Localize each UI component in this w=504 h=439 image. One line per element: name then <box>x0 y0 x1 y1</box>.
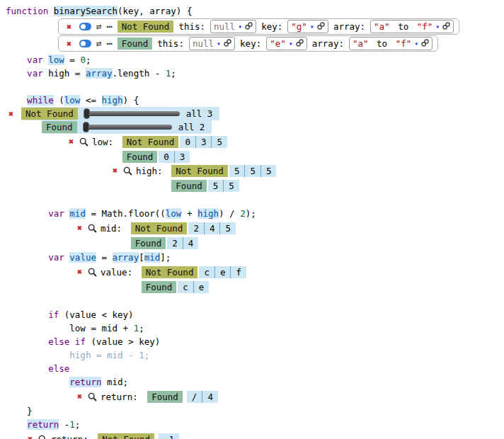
chevron-down-icon[interactable]: ▾ <box>435 23 440 30</box>
link-icon[interactable] <box>421 38 429 49</box>
probed-identifier[interactable]: low <box>48 55 64 65</box>
delete-probe-icon[interactable]: ✖ <box>74 224 85 232</box>
array-value-dropdown[interactable]: "a" to "f"▾ <box>370 20 454 33</box>
link-icon[interactable] <box>442 21 450 32</box>
code-token <box>69 336 75 347</box>
code-line: function binarySearch(key, array) { <box>0 4 504 18</box>
code-token: low = mid + <box>6 323 134 333</box>
probe-value: 4 <box>183 237 199 249</box>
chevron-down-icon[interactable]: ▾ <box>217 40 221 47</box>
probe-value: e <box>193 281 210 293</box>
found-badge: Found <box>147 391 183 403</box>
code-line: while (low <= high) { <box>0 93 504 107</box>
code-token: high = mid - 1; <box>6 350 149 360</box>
call-probe-row: ✖⇄⋯Foundthis:null▾key:"e"▾array:"a" to "… <box>58 35 438 52</box>
probe-group: ✖high: Not Found555Found55 <box>110 164 504 192</box>
magnifier-icon[interactable] <box>79 137 89 147</box>
iteration-slider[interactable] <box>84 125 172 130</box>
probe-value: e <box>214 266 231 278</box>
delete-probe-icon[interactable]: ✖ <box>66 137 76 146</box>
code-line: high = mid - 1; <box>0 348 504 362</box>
code-token: 0 <box>80 55 86 65</box>
probed-identifier[interactable]: array <box>113 252 139 263</box>
magnifier-icon[interactable] <box>123 166 133 176</box>
probed-identifier[interactable]: mid <box>144 252 161 263</box>
code-token: = <box>64 55 81 65</box>
code-line: var mid = Math.floor((low + high) / 2); <box>0 207 504 220</box>
probe-values: /4 <box>187 391 218 403</box>
probe-value: / <box>187 391 202 403</box>
link-icon[interactable] <box>296 38 304 49</box>
link-icon[interactable] <box>245 21 253 32</box>
code-token <box>6 208 48 219</box>
more-options-icon[interactable]: ⋯ <box>107 39 113 48</box>
this-value-dropdown[interactable]: null▾ <box>189 37 235 50</box>
code-token: to <box>372 38 393 49</box>
probe-value: 2 <box>167 237 183 249</box>
probed-identifier[interactable]: return <box>27 419 59 430</box>
probe-label: value: <box>101 267 138 278</box>
key-value-dropdown[interactable]: "e"▾ <box>266 37 307 50</box>
delete-probe-icon[interactable]: ✖ <box>8 110 21 118</box>
toggle-icon[interactable] <box>79 23 91 30</box>
probed-identifier[interactable]: mid <box>69 208 86 219</box>
code-token: 2 <box>240 208 246 219</box>
code-token <box>6 252 48 263</box>
probed-identifier[interactable]: high <box>197 208 219 219</box>
probed-identifier[interactable]: array <box>86 68 113 79</box>
probe-group: ✖value: Not FoundcefFoundce <box>74 266 504 293</box>
blank-line <box>0 80 504 93</box>
key-value-dropdown[interactable]: "g"▾ <box>287 20 328 33</box>
probe-label: return: <box>51 434 93 439</box>
probed-identifier[interactable]: high <box>102 95 123 106</box>
code-token: (value > key) <box>86 336 160 347</box>
delete-probe-icon[interactable]: ✖ <box>74 392 85 401</box>
swap-arrows-icon[interactable]: ⇄ <box>96 39 102 48</box>
key-label: key: <box>240 38 261 49</box>
probe-group: ✖mid: Not Found245Found24 <box>74 222 504 249</box>
probe-controls: ✖high: <box>110 166 171 176</box>
call-variables-panel: ✖⇄⋯Not Foundthis:null▾key:"g"▾array:"a" … <box>58 18 504 52</box>
probed-identifier[interactable]: value <box>69 252 96 263</box>
code-token: null <box>214 21 235 32</box>
found-badge: Found <box>42 121 77 133</box>
probed-identifier[interactable]: binarySearch <box>54 6 118 16</box>
swap-arrows-icon[interactable]: ⇄ <box>96 22 102 31</box>
magnifier-icon[interactable] <box>38 435 48 439</box>
code-line: var high = array.length - 1; <box>0 67 504 80</box>
delete-probe-icon[interactable]: ✖ <box>64 40 74 48</box>
chevron-down-icon[interactable]: ▾ <box>310 23 314 30</box>
probed-identifier[interactable]: low <box>64 95 81 106</box>
probed-identifier[interactable]: while <box>27 95 54 106</box>
probed-identifier[interactable]: return <box>69 377 101 387</box>
probed-identifier[interactable]: low <box>166 208 182 219</box>
probe-controls: ✖value: <box>74 267 142 278</box>
toggle-icon[interactable] <box>79 40 91 47</box>
key-label: key: <box>261 21 282 32</box>
not-found-badge: Not Found <box>131 222 188 234</box>
probe-values: 245 <box>188 222 236 234</box>
slider-thumb-icon[interactable] <box>84 108 90 119</box>
magnifier-icon[interactable] <box>88 224 98 233</box>
delete-probe-icon[interactable]: ✖ <box>64 23 74 31</box>
slider-thumb-icon[interactable] <box>83 122 89 132</box>
this-value-dropdown[interactable]: null▾ <box>210 20 256 33</box>
chevron-down-icon[interactable]: ▾ <box>289 40 293 47</box>
more-options-icon[interactable]: ⋯ <box>107 22 113 31</box>
iteration-slider[interactable] <box>84 111 180 116</box>
magnifier-icon[interactable] <box>88 268 98 277</box>
code-token <box>6 363 48 374</box>
array-value-dropdown[interactable]: "a" to "f"▾ <box>349 37 433 50</box>
chevron-down-icon[interactable]: ▾ <box>238 23 242 30</box>
blank-line <box>0 295 504 308</box>
delete-probe-icon[interactable]: ✖ <box>74 268 85 276</box>
chevron-down-icon[interactable]: ▾ <box>414 40 418 47</box>
link-icon[interactable] <box>224 38 231 49</box>
code-token: function <box>6 6 48 16</box>
delete-probe-icon[interactable]: ✖ <box>110 166 120 175</box>
delete-probe-icon[interactable]: ✖ <box>25 435 35 439</box>
found-badge: Found <box>131 237 166 249</box>
magnifier-icon[interactable] <box>88 392 98 401</box>
link-icon[interactable] <box>317 21 325 32</box>
code-token <box>6 95 27 106</box>
